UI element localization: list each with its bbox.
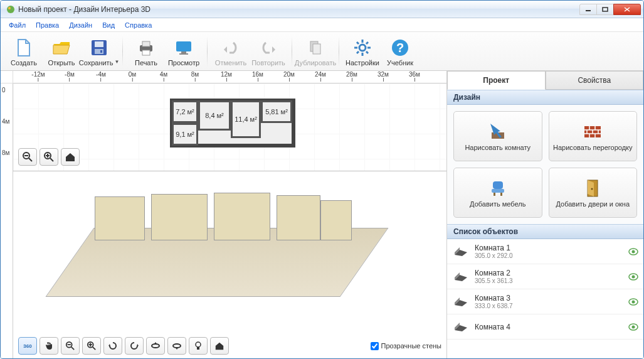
svg-point-71 <box>632 325 635 328</box>
tab-project[interactable]: Проект <box>447 71 546 90</box>
menu-edit[interactable]: Правка <box>31 19 63 31</box>
minimize-button[interactable] <box>579 4 597 15</box>
zoom-out-3d-button[interactable] <box>61 337 80 355</box>
visibility-icon[interactable] <box>628 248 638 255</box>
menu-file[interactable]: Файл <box>4 19 30 31</box>
menubar: Файл Правка Дизайн Вид Справка <box>1 18 643 32</box>
maximize-button[interactable] <box>596 4 614 15</box>
tab-properties[interactable]: Свойства <box>546 71 644 90</box>
printer-icon <box>136 38 156 58</box>
undo-icon <box>221 38 241 58</box>
new-file-icon <box>14 38 34 58</box>
svg-rect-60 <box>494 193 495 196</box>
svg-point-63 <box>591 188 593 190</box>
rotate-right-button[interactable] <box>125 337 144 355</box>
svg-line-37 <box>71 347 74 350</box>
duplicate-button[interactable]: Дублировать <box>297 35 334 68</box>
svg-rect-58 <box>493 181 503 189</box>
view-3d-toolbar: 360 Прозрачные стены <box>18 337 441 355</box>
redo-button[interactable]: Повторить <box>250 35 287 68</box>
object-list[interactable]: Комната 1 305.0 x 292.0 Комната 2 305.5 … <box>447 239 643 359</box>
separator <box>339 36 339 67</box>
room-label: 8,4 м² <box>198 100 231 131</box>
svg-line-33 <box>50 158 53 161</box>
save-button[interactable]: Сохранить ▼ <box>81 35 117 68</box>
tutorial-button[interactable]: ? Учебник <box>382 35 418 68</box>
svg-point-1 <box>8 7 11 9</box>
tilt-up-button[interactable] <box>146 337 165 355</box>
svg-rect-17 <box>313 44 320 54</box>
room-label: 11,4 м² <box>231 100 261 138</box>
section-objects-header: Список объектов <box>447 224 643 239</box>
visibility-icon[interactable] <box>628 323 638 331</box>
window-title: Новый проект - Дизайн Интерьера 3D <box>18 5 580 14</box>
add-furniture-button[interactable]: Добавить мебель <box>453 168 542 218</box>
chevron-down-icon: ▼ <box>114 59 119 65</box>
svg-point-69 <box>632 300 635 303</box>
menu-help[interactable]: Справка <box>120 19 156 31</box>
object-row[interactable]: Комната 2 305.5 x 361.3 <box>447 264 643 289</box>
window-controls <box>580 4 641 15</box>
ruler-vertical: 0 4м 8м <box>1 83 13 359</box>
plan-2d-view[interactable]: 7,2 м² 8,4 м² 11,4 м² 5,81 м² 9,1 м² <box>13 83 446 171</box>
svg-line-25 <box>366 42 368 44</box>
object-name: Комната 3 <box>475 294 623 303</box>
zoom-out-button[interactable] <box>18 148 37 166</box>
help-icon: ? <box>390 38 410 58</box>
add-doors-windows-button[interactable]: Добавить двери и окна <box>549 168 638 218</box>
visibility-icon[interactable] <box>628 298 638 306</box>
svg-point-0 <box>7 6 14 13</box>
room-thumb-icon <box>452 320 470 334</box>
svg-text:?: ? <box>396 41 404 55</box>
open-button[interactable]: Открыть <box>43 35 80 68</box>
separator <box>292 36 292 67</box>
svg-rect-61 <box>500 193 502 196</box>
monitor-icon <box>174 38 194 58</box>
create-button[interactable]: Создать <box>6 35 42 68</box>
draw-partition-button[interactable]: Нарисовать перегородку <box>549 111 638 161</box>
floorplan[interactable]: 7,2 м² 8,4 м² 11,4 м² 5,81 м² 9,1 м² <box>170 99 295 147</box>
visibility-icon[interactable] <box>628 273 638 281</box>
menu-design[interactable]: Дизайн <box>65 19 97 31</box>
light-button[interactable] <box>189 337 208 355</box>
room-label: 7,2 м² <box>172 100 198 123</box>
side-panel: Проект Свойства Дизайн Нарисовать комнат… <box>446 71 643 359</box>
home-3d-button[interactable] <box>210 337 229 355</box>
close-button[interactable] <box>613 4 641 15</box>
transparent-walls-input[interactable] <box>371 342 379 350</box>
object-row[interactable]: Комната 3 333.0 x 638.7 <box>447 289 643 314</box>
draw-room-button[interactable]: Нарисовать комнату <box>453 111 542 161</box>
redo-icon <box>258 38 278 58</box>
undo-button[interactable]: Отменить <box>213 35 249 68</box>
room-label: 5,81 м² <box>261 100 292 123</box>
zoom-in-3d-button[interactable] <box>82 337 101 355</box>
object-row[interactable]: Комната 1 305.0 x 292.0 <box>447 239 643 264</box>
preview-button[interactable]: Просмотр <box>166 35 202 68</box>
rotate-360-button[interactable]: 360 <box>18 337 37 355</box>
svg-point-45 <box>196 342 201 347</box>
transparent-walls-checkbox[interactable]: Прозрачные стены <box>371 342 441 350</box>
svg-line-40 <box>93 347 95 350</box>
room-thumb-icon <box>452 295 470 309</box>
toolbar: Создать Открыть Сохранить ▼ Печать Просм… <box>1 32 643 71</box>
pan-button[interactable] <box>40 337 58 355</box>
svg-rect-11 <box>142 41 150 46</box>
svg-line-26 <box>357 51 359 53</box>
tabs: Проект Свойства <box>447 71 643 90</box>
zoom-in-button[interactable] <box>40 148 58 166</box>
object-row[interactable]: Комната 4 <box>447 314 643 340</box>
svg-point-43 <box>152 344 159 348</box>
tilt-down-button[interactable] <box>167 337 186 355</box>
svg-rect-7 <box>95 41 103 47</box>
rotate-left-button[interactable] <box>103 337 122 355</box>
object-name: Комната 1 <box>475 244 623 252</box>
svg-rect-9 <box>100 50 102 53</box>
svg-line-23 <box>357 42 359 44</box>
settings-button[interactable]: Настройки <box>344 35 381 68</box>
separator <box>122 36 123 67</box>
svg-point-44 <box>173 344 181 348</box>
menu-view[interactable]: Вид <box>98 19 119 31</box>
print-button[interactable]: Печать <box>128 35 164 68</box>
view-3d[interactable]: 360 Прозрачные стены <box>13 171 446 359</box>
home-button[interactable] <box>61 148 80 166</box>
